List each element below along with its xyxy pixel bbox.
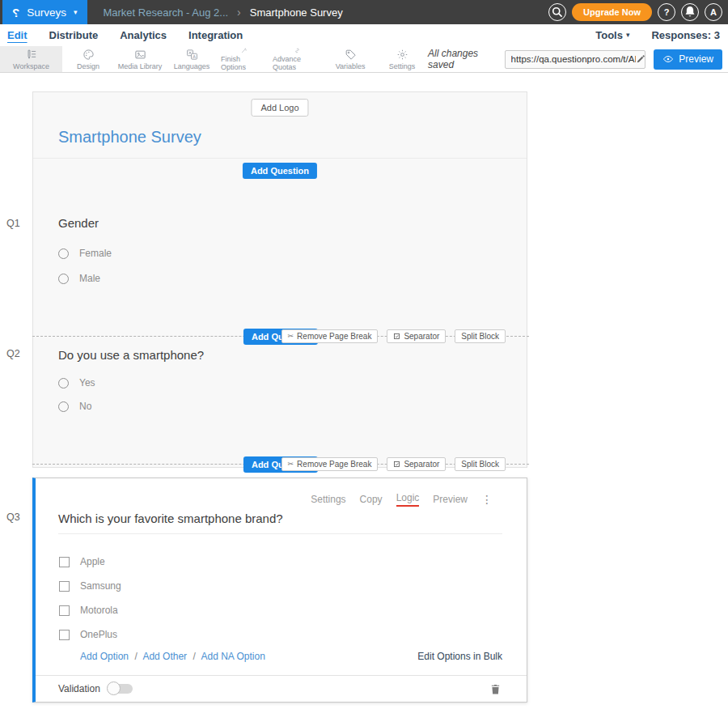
tag-icon: [345, 49, 357, 61]
toolbar-item-languages[interactable]: A Languages: [166, 46, 218, 72]
option-label: Yes: [79, 377, 95, 388]
question-copy-button[interactable]: Copy: [360, 494, 383, 505]
scissors-icon: ✂: [288, 461, 294, 468]
eye-icon: [662, 53, 674, 65]
responses-link[interactable]: Responses: 3: [651, 29, 720, 41]
notifications-button[interactable]: [681, 3, 699, 21]
toolbar-item-settings[interactable]: Settings: [376, 46, 428, 72]
option-label: Apple: [80, 556, 105, 567]
checkbox[interactable]: [59, 605, 70, 616]
survey-canvas: Add Logo Smartphone Survey Add Question …: [32, 91, 527, 468]
question-block-q1: Add Question Gender Female Male: [33, 159, 527, 337]
kebab-menu-icon[interactable]: ⋮: [481, 494, 493, 505]
pencil-icon: [636, 54, 645, 64]
checkbox[interactable]: [59, 557, 70, 567]
question-text-q3[interactable]: Which is your favorite smartphone brand?: [58, 512, 283, 525]
upgrade-now-button[interactable]: Upgrade Now: [572, 3, 652, 21]
separator-button[interactable]: Separator: [387, 329, 446, 343]
scissors-icon: ✂: [288, 333, 294, 340]
add-question-button[interactable]: Add Question: [243, 163, 317, 179]
page-break-divider: Add Question ✂ Remove Page Break Separat…: [32, 456, 529, 472]
question-preview-button[interactable]: Preview: [433, 494, 468, 505]
nav-right: Tools ▾ Responses: 3: [595, 29, 728, 41]
radio-button[interactable]: [58, 248, 69, 259]
search-button[interactable]: [548, 3, 566, 21]
tab-distribute[interactable]: Distribute: [49, 29, 99, 41]
option-label: OnePlus: [80, 629, 117, 640]
delete-question-button[interactable]: [489, 682, 502, 696]
topbar-actions: Upgrade Now ? A: [548, 3, 728, 21]
answer-options: Apple Samsung Motorola OnePlus: [59, 550, 121, 647]
question-settings-button[interactable]: Settings: [311, 494, 345, 505]
remove-page-break-button[interactable]: ✂ Remove Page Break: [281, 457, 379, 471]
add-na-option-link[interactable]: Add NA Option: [201, 651, 265, 662]
option-label: Male: [79, 273, 100, 284]
tools-menu[interactable]: Tools ▾: [595, 29, 629, 41]
survey-url-input[interactable]: [506, 54, 636, 64]
remove-page-break-label: Remove Page Break: [297, 332, 371, 341]
validation-label: Validation: [58, 683, 100, 694]
question-block-q2: Do you use a smartphone? Yes No: [33, 337, 527, 467]
remove-page-break-label: Remove Page Break: [297, 460, 371, 469]
radio-button[interactable]: [58, 378, 69, 388]
toolbar-item-media-library[interactable]: Media Library: [114, 46, 166, 72]
checkbox[interactable]: [59, 581, 70, 592]
question-text-q1[interactable]: Gender: [58, 216, 99, 230]
help-button[interactable]: ?: [658, 3, 675, 21]
editor-toolbar: Workspace Design Media Library A Languag…: [0, 46, 728, 73]
survey-title[interactable]: Smartphone Survey: [58, 128, 201, 146]
svg-text:A: A: [193, 54, 196, 59]
breadcrumb-current[interactable]: Smartphone Survey: [250, 6, 343, 19]
surveys-menu[interactable]: ? Surveys ▾: [2, 0, 87, 24]
toggle-knob: [107, 681, 121, 695]
edit-options-in-bulk-link[interactable]: Edit Options in Bulk: [417, 651, 502, 662]
answer-option: OnePlus: [59, 622, 121, 647]
toolbar-item-advance-quotas[interactable]: Advance Quotas: [269, 46, 324, 72]
toolbar-item-label: Languages: [174, 62, 210, 70]
question-number-q2: Q2: [6, 348, 20, 359]
tab-analytics[interactable]: Analytics: [120, 29, 167, 41]
answer-option: Male: [58, 273, 100, 284]
preview-button[interactable]: Preview: [654, 49, 722, 70]
toolbar-item-label: Settings: [389, 62, 416, 70]
toolbar-item-label: Design: [77, 62, 99, 70]
toolbar-item-variables[interactable]: Variables: [324, 46, 376, 72]
search-icon: [549, 4, 565, 20]
answer-option: Yes: [58, 377, 95, 388]
palette-icon: [83, 49, 95, 61]
option-add-links: Add Option / Add Other / Add NA Option: [80, 651, 265, 662]
toolbar-item-workspace[interactable]: Workspace: [0, 46, 62, 72]
checkbox[interactable]: [59, 630, 70, 640]
trash-icon: [489, 682, 502, 696]
breadcrumb-folder[interactable]: Market Research - Aug 2...: [103, 6, 228, 19]
separator-label: Separator: [404, 332, 439, 341]
question-toolbar: Settings Copy Logic Preview ⋮: [311, 492, 493, 507]
question-text-q2[interactable]: Do you use a smartphone?: [58, 348, 204, 362]
add-option-link[interactable]: Add Option: [80, 651, 129, 662]
question-footer: Validation: [36, 675, 527, 702]
question-number-q3: Q3: [6, 512, 20, 523]
split-block-button[interactable]: Split Block: [455, 329, 506, 343]
radio-button[interactable]: [58, 274, 69, 284]
toolbar-item-design[interactable]: Design: [62, 46, 114, 72]
add-logo-button[interactable]: Add Logo: [251, 99, 308, 117]
add-other-link[interactable]: Add Other: [142, 651, 187, 662]
toolbar-right: All changes saved Preview: [428, 46, 728, 72]
toolbar-item-finish-options[interactable]: Finish Options: [218, 46, 269, 72]
tab-integration[interactable]: Integration: [188, 29, 243, 41]
separator-label: Separator: [404, 460, 439, 469]
tab-edit[interactable]: Edit: [7, 29, 28, 41]
avatar[interactable]: A: [705, 3, 722, 21]
answer-option: No: [58, 401, 91, 412]
toolbar-item-label: Finish Options: [221, 55, 266, 71]
separator-button[interactable]: Separator: [387, 457, 446, 471]
remove-page-break-button[interactable]: ✂ Remove Page Break: [281, 329, 379, 343]
validation-toggle[interactable]: [108, 684, 133, 694]
edit-url-button[interactable]: [636, 54, 645, 64]
image-icon: [134, 49, 146, 61]
question-logic-button[interactable]: Logic: [396, 492, 420, 507]
split-block-button[interactable]: Split Block: [455, 457, 506, 471]
radio-button[interactable]: [58, 401, 69, 412]
questionpro-logo-icon: ?: [12, 6, 19, 19]
translate-icon: A: [186, 49, 198, 61]
